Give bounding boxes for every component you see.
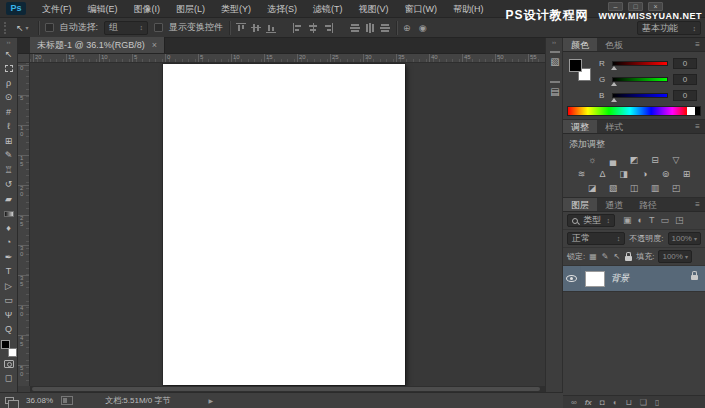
quick-mask-button[interactable]: [4, 357, 14, 372]
menu-item-8[interactable]: 窗口(W): [397, 0, 446, 18]
collapsed-panel-button-1[interactable]: ▧: [546, 47, 564, 77]
distribute-bottom-edges-icon[interactable]: [380, 23, 390, 33]
screen-mode-button[interactable]: ◻: [5, 372, 12, 387]
auto-select-checkbox[interactable]: [45, 23, 54, 32]
clone-stamp-tool[interactable]: ♖: [0, 163, 17, 178]
color-spectrum-ramp[interactable]: [567, 106, 701, 116]
eyedropper-tool[interactable]: ℓ: [0, 120, 17, 135]
layer-style-icon[interactable]: fx: [585, 396, 592, 408]
align-top-edges-icon[interactable]: [236, 23, 246, 33]
pen-tool[interactable]: ✒: [0, 250, 17, 265]
layer-row[interactable]: 背景: [563, 266, 705, 292]
add-layer-mask-icon[interactable]: ◘: [600, 396, 605, 408]
document-tab[interactable]: 未标题-1 @ 36.1%(RGB/8) ×: [30, 37, 165, 53]
dock-collapse-icon[interactable]: ››: [546, 38, 562, 47]
lock-image-pixels-icon[interactable]: ✎: [602, 252, 609, 261]
r-slider[interactable]: [612, 61, 668, 66]
options-bar-grip[interactable]: [4, 22, 7, 34]
layers-panel-tab-0[interactable]: 图层: [563, 198, 597, 211]
eraser-tool[interactable]: ▰: [0, 192, 17, 207]
current-tool-button[interactable]: ↖ ▾: [13, 20, 32, 36]
distribute-top-edges-icon[interactable]: [350, 23, 360, 33]
menu-item-9[interactable]: 帮助(H): [445, 0, 492, 18]
menu-item-1[interactable]: 编辑(E): [80, 0, 126, 18]
lasso-tool[interactable]: ρ: [0, 76, 17, 91]
menu-item-5[interactable]: 选择(S): [259, 0, 305, 18]
menu-item-7[interactable]: 视图(V): [351, 0, 397, 18]
menu-item-3[interactable]: 图层(L): [168, 0, 213, 18]
document-canvas[interactable]: [163, 64, 405, 385]
show-transform-checkbox[interactable]: [154, 23, 163, 32]
layers-panel-tab-1[interactable]: 通道: [597, 198, 631, 211]
fill-input[interactable]: 100% ▾: [658, 250, 691, 263]
brightness-contrast-icon[interactable]: ☼: [585, 154, 599, 166]
layer-visibility-toggle[interactable]: [563, 266, 581, 292]
hand-tool[interactable]: Ψ: [0, 308, 17, 323]
quick-selection-tool[interactable]: ⊙: [0, 91, 17, 106]
auto-select-dropdown[interactable]: 组 ↕: [104, 21, 148, 35]
color-lookup-icon[interactable]: ⊞: [680, 168, 694, 180]
posterize-icon[interactable]: ▧: [606, 182, 620, 194]
scrollbar-thumb[interactable]: [32, 387, 540, 391]
layer-thumbnail[interactable]: [585, 271, 605, 287]
color-panel-tab-1[interactable]: 色板: [597, 38, 631, 51]
rectangle-tool[interactable]: ▭: [0, 294, 17, 309]
adjustments-panel-menu-icon[interactable]: ≡: [695, 120, 705, 133]
filter-shape-layers-icon[interactable]: ▭: [660, 214, 669, 227]
channel-mixer-icon[interactable]: ⊚: [659, 168, 673, 180]
gradient-tool[interactable]: [0, 207, 17, 222]
invert-icon[interactable]: ◪: [585, 182, 599, 194]
new-group-icon[interactable]: ⊔: [626, 396, 632, 408]
align-bottom-edges-icon[interactable]: [266, 23, 276, 33]
b-value-input[interactable]: 0: [673, 90, 697, 101]
history-brush-tool[interactable]: ↺: [0, 178, 17, 193]
menu-item-0[interactable]: 文件(F): [34, 0, 80, 18]
selective-color-icon[interactable]: ◰: [669, 182, 683, 194]
horizontal-ruler[interactable]: 20151050510152025303540455055: [30, 54, 545, 63]
vibrance-icon[interactable]: ▽: [669, 154, 683, 166]
delete-layer-icon[interactable]: ▯: [655, 396, 659, 408]
foreground-background-swatches[interactable]: [1, 340, 17, 357]
g-value-input[interactable]: 0: [673, 74, 697, 85]
layer-filter-select[interactable]: 类型 ↕: [567, 214, 615, 227]
collapsed-panel-button-2[interactable]: ▤: [546, 77, 564, 107]
opacity-input[interactable]: 100% ▾: [668, 232, 701, 245]
align-left-edges-icon[interactable]: [293, 23, 303, 33]
auto-align-layers-icon[interactable]: ⊕: [403, 23, 411, 33]
curves-icon[interactable]: ◩: [627, 154, 641, 166]
new-adjustment-layer-icon[interactable]: ◐: [613, 396, 618, 408]
layers-panel-menu-icon[interactable]: ≡: [695, 198, 705, 211]
path-selection-tool[interactable]: ▷: [0, 279, 17, 294]
menu-item-4[interactable]: 类型(Y): [213, 0, 259, 18]
adjustments-panel-tab-1[interactable]: 样式: [597, 120, 631, 133]
align-horizontal-centers-icon[interactable]: [308, 23, 318, 33]
adjustments-panel-tab-0[interactable]: 调整: [563, 120, 597, 133]
g-slider[interactable]: [612, 77, 668, 82]
link-layers-icon[interactable]: ∞: [571, 396, 577, 408]
lock-all-icon[interactable]: [625, 256, 632, 261]
align-vertical-centers-icon[interactable]: [251, 23, 261, 33]
tab-close-icon[interactable]: ×: [152, 40, 157, 50]
r-slider-thumb[interactable]: [611, 66, 617, 70]
menu-item-6[interactable]: 滤镜(T): [305, 0, 351, 18]
filter-pixel-layers-icon[interactable]: ▣: [623, 214, 632, 227]
background-color-swatch[interactable]: [8, 348, 17, 357]
brush-tool[interactable]: ✎: [0, 149, 17, 164]
status-menu-arrow[interactable]: ▶: [209, 397, 214, 404]
photo-filter-icon[interactable]: ◑: [638, 168, 652, 180]
gradient-map-icon[interactable]: ▥: [648, 182, 662, 194]
lock-position-icon[interactable]: ↖: [614, 252, 621, 261]
g-slider-thumb[interactable]: [611, 82, 617, 86]
blend-mode-select[interactable]: 正常 ↕: [567, 232, 625, 245]
zoom-level[interactable]: 36.08%: [26, 396, 53, 405]
b-slider[interactable]: [612, 93, 668, 98]
zoom-tool[interactable]: Q: [0, 323, 17, 338]
color-balance-icon[interactable]: Δ: [596, 168, 610, 180]
black-white-icon[interactable]: ◨: [617, 168, 631, 180]
foreground-color-swatch[interactable]: [569, 59, 582, 72]
dodge-tool[interactable]: ◔: [0, 236, 17, 251]
toolbar-collapse-icon[interactable]: ››: [7, 38, 11, 47]
spot-healing-brush-tool[interactable]: ⊞: [0, 134, 17, 149]
color-panel-menu-icon[interactable]: ≡: [695, 38, 705, 51]
foreground-color-swatch[interactable]: [1, 340, 10, 349]
